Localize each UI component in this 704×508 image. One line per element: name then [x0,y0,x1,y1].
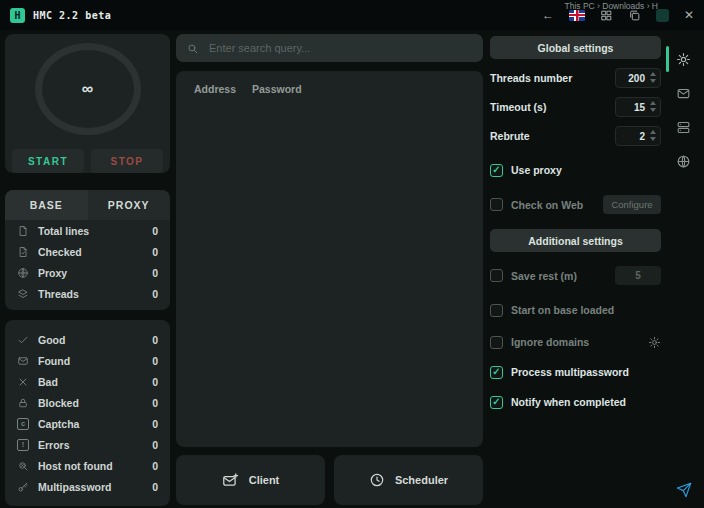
server-icon [676,120,691,135]
captcha-icon: c [17,418,31,430]
threads-number-stepper[interactable]: 200 [615,68,661,88]
gear-icon [676,52,691,67]
tab-base[interactable]: BASE [5,190,88,220]
stat-value: 0 [152,288,158,300]
stat-row-bad: Bad 0 [5,371,170,392]
results-card: Good 0 Found 0 Bad 0 Blocked 0 c Captcha [5,320,170,506]
stat-value: 0 [152,397,158,409]
start-on-base-checkbox[interactable] [490,304,503,317]
stat-value: 0 [152,225,158,237]
timeout-row: Timeout (s) 15 [490,97,661,117]
ignore-domains-checkbox[interactable] [490,336,503,349]
stat-value: 0 [152,376,158,388]
globe-icon [17,267,31,279]
progress-gauge-card: ∞ START STOP [5,34,170,173]
mail-icon [676,86,691,101]
client-button[interactable]: Client [176,455,325,505]
search-icon [186,42,199,55]
check-on-web-checkbox[interactable] [490,198,503,211]
check-on-web-row: Check on Web Configure [490,195,661,214]
center-panel: Address Password Client Scheduler [176,34,483,505]
start-on-base-row: Start on base loaded [490,301,661,319]
save-rest-input[interactable]: 5 [615,266,661,285]
sidebar-item-settings[interactable] [663,42,704,76]
results-table: Address Password [176,71,483,447]
stat-value: 0 [152,267,158,279]
language-flag-icon[interactable] [569,10,585,21]
rebrute-stepper[interactable]: 2 [615,126,661,146]
save-rest-row: Save rest (m) 5 [490,266,661,285]
right-sidebar [663,30,704,508]
process-multipassword-checkbox[interactable] [490,366,503,379]
notify-completed-row: Notify when completed [490,393,661,411]
layers-icon [17,288,31,300]
search-bar[interactable] [176,34,483,62]
stat-row-found: Found 0 [5,350,170,371]
stat-row-good: Good 0 [5,329,170,350]
app-logo: H [10,8,25,23]
sidebar-item-mail[interactable] [663,76,704,110]
app-window: This PC › Downloads › H H HMC 2.2 beta ←… [0,0,704,508]
base-proxy-tabs: BASE PROXY [5,190,170,220]
start-button[interactable]: START [12,149,84,173]
additional-settings-header: Additional settings [490,229,661,252]
process-multipassword-row: Process multipassword [490,363,661,381]
column-header-address: Address [194,83,252,95]
error-icon: ! [17,439,31,451]
scheduler-button[interactable]: Scheduler [334,455,483,505]
ignore-domains-row: Ignore domains [490,333,661,351]
explorer-path-overlay: This PC › Downloads › H [564,1,658,11]
configure-button[interactable]: Configure [603,195,661,214]
base-proxy-card: BASE PROXY Total lines 0 Checked 0 Proxy… [5,190,170,310]
close-button[interactable]: ✕ [684,9,694,21]
file-icon [17,225,31,237]
stat-row-blocked: Blocked 0 [5,392,170,413]
clock-icon [369,472,385,488]
stat-row-checked: Checked 0 [5,241,170,262]
timeout-stepper[interactable]: 15 [615,97,661,117]
active-indicator [666,46,669,72]
left-panel: ∞ START STOP BASE PROXY Total lines 0 Ch… [5,34,170,506]
stat-row-host-not-found: Host not found 0 [5,455,170,476]
search-input[interactable] [207,41,473,55]
table-header-row: Address Password [194,83,465,95]
notify-completed-checkbox[interactable] [490,396,503,409]
stat-row-proxy: Proxy 0 [5,262,170,283]
threads-number-row: Threads number 200 [490,68,661,88]
search-x-icon [17,460,31,472]
stat-row-captcha: c Captcha 0 [5,413,170,434]
stepper-arrows-icon[interactable] [650,130,656,141]
stepper-arrows-icon[interactable] [650,101,656,112]
stat-value: 0 [152,334,158,346]
column-header-password: Password [252,83,302,95]
key-icon [17,481,31,493]
file-check-icon [17,246,31,258]
use-proxy-checkbox[interactable] [490,164,503,177]
gear-icon[interactable] [648,336,661,349]
telegram-icon[interactable] [663,482,704,498]
stat-row-multipassword: Multipassword 0 [5,476,170,497]
stop-button[interactable]: STOP [91,149,163,173]
check-icon [17,334,31,346]
rebrute-row: Rebrute 2 [490,126,661,146]
lock-icon [17,397,31,409]
tab-proxy[interactable]: PROXY [88,190,171,220]
save-rest-checkbox[interactable] [490,269,503,282]
sidebar-item-web[interactable] [663,144,704,178]
stat-value: 0 [152,439,158,451]
progress-ring: ∞ [35,43,141,135]
global-settings-header: Global settings [490,36,661,59]
app-title: HMC 2.2 beta [33,10,111,21]
stat-value: 0 [152,418,158,430]
stat-row-errors: ! Errors 0 [5,434,170,455]
sidebar-item-servers[interactable] [663,110,704,144]
stat-row-threads: Threads 0 [5,283,170,304]
stat-value: 0 [152,246,158,258]
stat-value: 0 [152,481,158,493]
settings-panel: Global settings Threads number 200 Timeo… [490,36,661,411]
stat-value: 0 [152,355,158,367]
back-arrow-icon[interactable]: ← [542,9,554,21]
stat-row-total-lines: Total lines 0 [5,220,170,241]
stepper-arrows-icon[interactable] [650,72,656,83]
cross-icon [17,376,31,388]
